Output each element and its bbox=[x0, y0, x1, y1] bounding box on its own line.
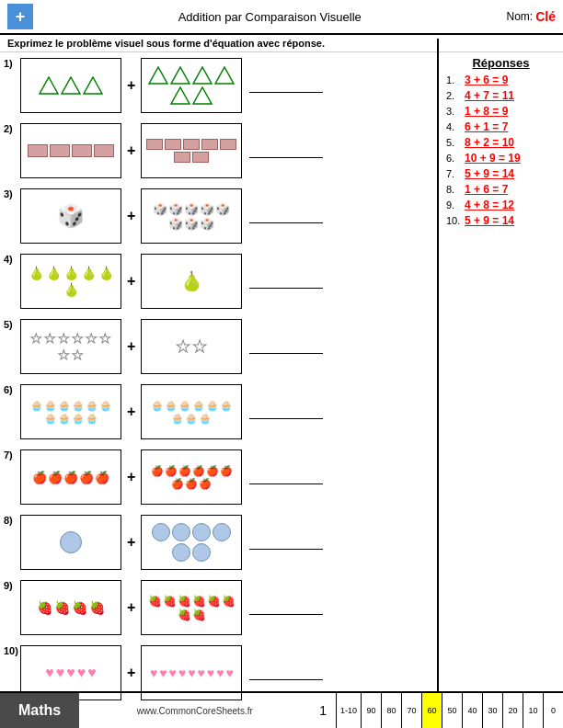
problem-row-1: 1) + bbox=[4, 54, 433, 117]
problem-boxes-7: 🍎 🍎 🍎 🍎 🍎 + 🍎 🍎 🍎 🍎 🍎 bbox=[20, 449, 433, 505]
answer-line-8[interactable] bbox=[249, 535, 323, 550]
instruction-text: Exprimez le problème visuel sous forme d… bbox=[0, 35, 563, 52]
footer-maths-label: Maths bbox=[0, 693, 79, 728]
main-content: 1) + bbox=[0, 52, 563, 670]
answer-num-4: 4. bbox=[446, 121, 465, 132]
cle-label: Clé bbox=[535, 9, 556, 24]
answers-panel: Réponses 1. 3 + 6 = 9 2. 4 + 7 = 11 3. 1… bbox=[439, 52, 563, 670]
footer-range: 1-10 bbox=[336, 693, 361, 728]
answer-num-5: 5. bbox=[446, 137, 465, 148]
problem-num-10: 10) bbox=[4, 642, 20, 656]
answer-text-1: 3 + 6 = 9 bbox=[465, 74, 508, 86]
answer-text-5: 8 + 2 = 10 bbox=[465, 136, 514, 149]
problem-row-7: 7) 🍎 🍎 🍎 🍎 🍎 + 🍎 🍎 🍎 bbox=[4, 446, 433, 508]
box-7b: 🍎 🍎 🍎 🍎 🍎 🍎 🍎 🍎 🍎 bbox=[141, 449, 242, 505]
answer-line-3[interactable] bbox=[249, 209, 323, 223]
problem-row-6: 6) 🧁 🧁 🧁 🧁 🧁 🧁 🧁 🧁 🧁 🧁 bbox=[4, 381, 433, 443]
box-4a: 🍐 🍐 🍐 🍐 🍐 🍐 bbox=[20, 254, 121, 309]
answer-line-1[interactable] bbox=[249, 78, 323, 93]
problem-row-2: 2) + bbox=[4, 119, 433, 182]
svg-marker-4 bbox=[171, 67, 190, 84]
footer-score-30: 30 bbox=[482, 693, 502, 728]
answer-item-6: 6. 10 + 9 = 19 bbox=[446, 152, 556, 165]
problem-boxes-1: + bbox=[20, 58, 433, 113]
answer-item-3: 3. 1 + 8 = 9 bbox=[446, 105, 556, 118]
plus-1: + bbox=[125, 77, 137, 94]
svg-marker-6 bbox=[215, 67, 234, 84]
box-8b bbox=[141, 515, 242, 570]
box-7a: 🍎 🍎 🍎 🍎 🍎 bbox=[20, 449, 121, 505]
problems-area: 1) + bbox=[0, 52, 439, 670]
answer-text-6: 10 + 9 = 19 bbox=[465, 152, 521, 165]
box-2a bbox=[20, 123, 121, 178]
footer-score-20: 20 bbox=[502, 693, 523, 728]
answer-text-8: 1 + 6 = 7 bbox=[465, 183, 508, 196]
answer-item-5: 5. 8 + 2 = 10 bbox=[446, 136, 556, 149]
plus-4: + bbox=[125, 273, 137, 290]
answer-line-7[interactable] bbox=[249, 470, 323, 484]
box-5a: ★ ★ ★ ★ ★ ★ ★ ★ bbox=[20, 319, 121, 374]
answer-num-3: 3. bbox=[446, 106, 465, 117]
answers-title: Réponses bbox=[446, 56, 556, 70]
answer-line-10[interactable] bbox=[249, 665, 323, 680]
plus-2: + bbox=[125, 142, 137, 159]
problem-num-3: 3) bbox=[4, 185, 20, 199]
problem-boxes-6: 🧁 🧁 🧁 🧁 🧁 🧁 🧁 🧁 🧁 🧁 + bbox=[20, 384, 433, 439]
box-5b: ★ ★ bbox=[141, 319, 242, 374]
answer-num-7: 7. bbox=[446, 168, 465, 179]
answer-num-6: 6. bbox=[446, 153, 465, 164]
box-4b: 🍐 bbox=[141, 254, 242, 309]
problem-boxes-4: 🍐 🍐 🍐 🍐 🍐 🍐 + 🍐 bbox=[20, 254, 433, 309]
box-6a: 🧁 🧁 🧁 🧁 🧁 🧁 🧁 🧁 🧁 🧁 bbox=[20, 384, 121, 439]
problem-num-2: 2) bbox=[4, 119, 20, 134]
box-1a bbox=[20, 58, 121, 113]
answer-text-9: 4 + 8 = 12 bbox=[465, 199, 514, 211]
problem-num-7: 7) bbox=[4, 446, 20, 461]
footer-score-40: 40 bbox=[462, 693, 482, 728]
answer-item-7: 7. 5 + 9 = 14 bbox=[446, 167, 556, 180]
svg-marker-5 bbox=[193, 67, 212, 84]
problem-boxes-5: ★ ★ ★ ★ ★ ★ ★ ★ + ★ ★ bbox=[20, 319, 433, 374]
box-8a bbox=[20, 515, 121, 570]
problem-boxes-2: + bbox=[20, 123, 433, 178]
answer-num-9: 9. bbox=[446, 199, 465, 210]
answer-num-8: 8. bbox=[446, 184, 465, 195]
answer-item-10: 10. 5 + 9 = 14 bbox=[446, 214, 556, 227]
answer-num-10: 10. bbox=[446, 215, 465, 226]
plus-3: + bbox=[125, 208, 137, 224]
plus-8: + bbox=[125, 534, 137, 551]
answer-item-2: 2. 4 + 7 = 11 bbox=[446, 89, 556, 102]
problem-boxes-8: + bbox=[20, 515, 433, 570]
footer-score-50: 50 bbox=[442, 693, 462, 728]
plus-10: + bbox=[125, 665, 137, 681]
answer-text-10: 5 + 9 = 14 bbox=[465, 214, 514, 227]
svg-marker-2 bbox=[84, 77, 102, 94]
footer-score-boxes: 1-10 90 80 70 60 50 40 30 20 10 0 bbox=[336, 693, 563, 728]
problem-row-3: 3) 🎲 + 🎲 🎲 🎲 🎲 🎲 🎲 🎲 bbox=[4, 185, 433, 247]
svg-marker-7 bbox=[171, 87, 190, 104]
answer-num-2: 2. bbox=[446, 90, 465, 101]
problem-num-8: 8) bbox=[4, 511, 20, 526]
plus-6: + bbox=[125, 404, 137, 420]
plus-7: + bbox=[125, 469, 137, 485]
answer-line-5[interactable] bbox=[249, 339, 323, 354]
header: + Addition par Comparaison Visuelle Nom:… bbox=[0, 0, 563, 35]
box-9a: 🍓 🍓 🍓 🍓 bbox=[20, 580, 121, 635]
answer-line-9[interactable] bbox=[249, 600, 323, 615]
answer-line-2[interactable] bbox=[249, 143, 323, 158]
answer-item-4: 4. 6 + 1 = 7 bbox=[446, 120, 556, 133]
svg-marker-0 bbox=[40, 77, 58, 94]
nom-label: Nom: bbox=[506, 10, 533, 23]
answer-line-4[interactable] bbox=[249, 274, 323, 289]
svg-marker-8 bbox=[193, 87, 212, 104]
footer-score-0: 0 bbox=[543, 693, 563, 728]
box-1b bbox=[141, 58, 242, 113]
answer-text-4: 6 + 1 = 7 bbox=[465, 120, 508, 133]
answer-text-7: 5 + 9 = 14 bbox=[465, 167, 514, 180]
answer-item-9: 9. 4 + 8 = 12 bbox=[446, 199, 556, 211]
problem-num-1: 1) bbox=[4, 54, 20, 69]
problem-row-5: 5) ★ ★ ★ ★ ★ ★ ★ ★ + bbox=[4, 315, 433, 378]
answer-line-6[interactable] bbox=[249, 404, 323, 419]
box-6b: 🧁 🧁 🧁 🧁 🧁 🧁 🧁 🧁 🧁 bbox=[141, 384, 242, 439]
svg-marker-3 bbox=[149, 67, 167, 84]
